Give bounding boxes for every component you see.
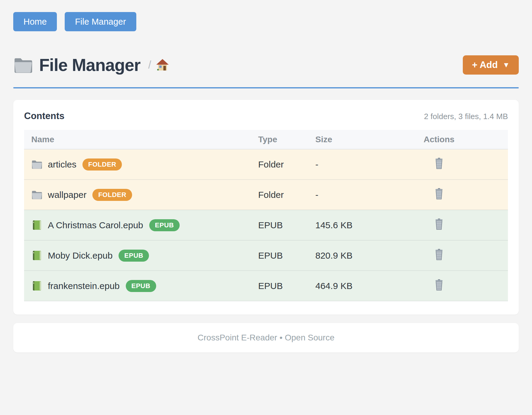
file-type: Folder xyxy=(251,180,308,210)
table-row[interactable]: wallpaper FOLDER Folder - xyxy=(24,180,508,210)
add-button[interactable]: + Add ▼ xyxy=(463,55,519,75)
contents-card: Contents 2 folders, 3 files, 1.4 MB Name… xyxy=(13,100,519,315)
house-icon xyxy=(156,58,169,72)
delete-button[interactable] xyxy=(434,157,444,169)
trash-icon xyxy=(434,218,444,230)
file-table-body: articles FOLDER Folder - wallpaper FOLDE… xyxy=(24,149,508,301)
folder-icon xyxy=(13,56,33,74)
contents-summary: 2 folders, 3 files, 1.4 MB xyxy=(424,112,508,121)
contents-title: Contents xyxy=(24,111,64,121)
trash-icon xyxy=(434,248,444,260)
contents-card-header: Contents 2 folders, 3 files, 1.4 MB xyxy=(24,111,508,121)
footer-text: CrossPoint E-Reader • Open Source xyxy=(198,333,335,343)
file-badge: EPUB xyxy=(119,250,149,262)
file-type: EPUB xyxy=(251,240,308,271)
file-name: articles xyxy=(48,159,76,170)
page: Home File Manager File Manager / + Add ▼… xyxy=(0,0,532,352)
file-size: 820.9 KB xyxy=(308,240,370,271)
delete-button[interactable] xyxy=(434,248,444,260)
table-row[interactable]: Moby Dick.epub EPUB EPUB 820.9 KB xyxy=(24,240,508,271)
header-divider xyxy=(13,87,519,88)
title-wrap: File Manager / xyxy=(13,55,169,75)
folder-icon xyxy=(31,159,42,170)
column-header-size: Size xyxy=(308,130,370,149)
file-type: EPUB xyxy=(251,271,308,301)
delete-button[interactable] xyxy=(434,188,444,200)
trash-icon xyxy=(434,279,444,291)
nav-file-manager-button[interactable]: File Manager xyxy=(65,12,136,31)
trash-icon xyxy=(434,188,444,200)
delete-button[interactable] xyxy=(434,218,444,230)
breadcrumb-home-link[interactable] xyxy=(156,58,169,72)
file-name: A Christmas Carol.epub xyxy=(48,220,143,230)
table-row[interactable]: frankenstein.epub EPUB EPUB 464.9 KB xyxy=(24,271,508,301)
green-book-icon xyxy=(31,281,42,291)
green-book-icon xyxy=(31,220,42,230)
file-badge: EPUB xyxy=(126,280,156,292)
trash-icon xyxy=(434,157,444,169)
file-badge: FOLDER xyxy=(92,189,132,201)
file-size: - xyxy=(308,149,370,180)
table-row[interactable]: articles FOLDER Folder - xyxy=(24,149,508,180)
file-type: Folder xyxy=(251,149,308,180)
file-badge: EPUB xyxy=(149,219,180,231)
file-size: - xyxy=(308,180,370,210)
file-badge: FOLDER xyxy=(82,158,122,171)
delete-button[interactable] xyxy=(434,279,444,291)
column-header-name: Name xyxy=(24,130,251,149)
green-book-icon xyxy=(31,250,42,261)
chevron-down-icon: ▼ xyxy=(503,61,510,69)
file-size: 145.6 KB xyxy=(308,210,370,240)
breadcrumb-separator: / xyxy=(148,59,151,71)
file-size: 464.9 KB xyxy=(308,271,370,301)
file-name: Moby Dick.epub xyxy=(48,251,113,261)
page-title: File Manager xyxy=(39,55,140,75)
table-row[interactable]: A Christmas Carol.epub EPUB EPUB 145.6 K… xyxy=(24,210,508,240)
file-name: wallpaper xyxy=(48,190,86,200)
page-header: File Manager / + Add ▼ xyxy=(13,50,519,80)
file-type: EPUB xyxy=(251,210,308,240)
folder-icon xyxy=(31,189,42,200)
column-header-actions: Actions xyxy=(370,130,508,149)
file-table: Name Type Size Actions articles FOLDER F… xyxy=(24,130,508,301)
file-table-header: Name Type Size Actions xyxy=(24,130,508,149)
footer: CrossPoint E-Reader • Open Source xyxy=(13,323,519,352)
column-header-type: Type xyxy=(251,130,308,149)
add-button-label: + Add xyxy=(472,60,498,70)
file-name: frankenstein.epub xyxy=(48,281,120,291)
nav-home-button[interactable]: Home xyxy=(13,12,57,31)
top-nav: Home File Manager xyxy=(13,12,519,31)
